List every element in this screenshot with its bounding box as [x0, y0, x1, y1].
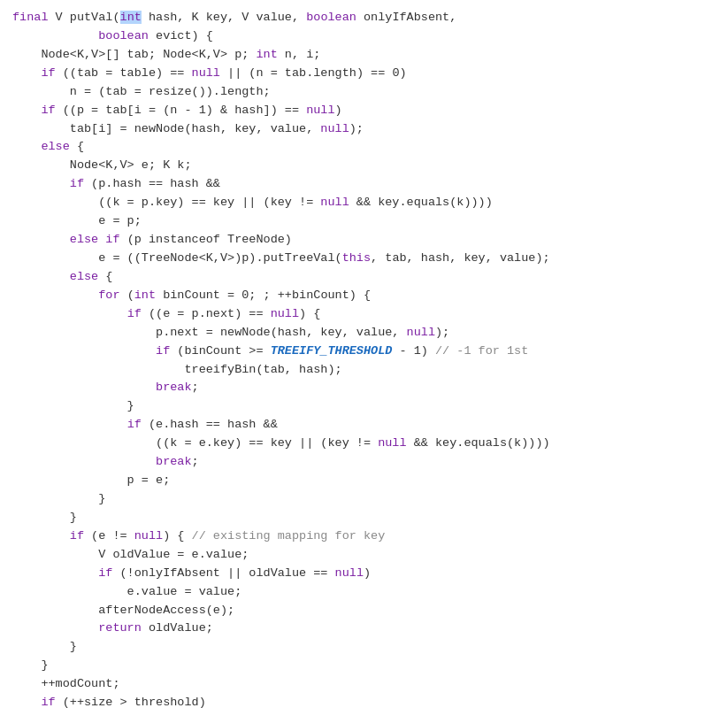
code-token: evict) {	[149, 29, 213, 42]
code-line: }	[12, 509, 719, 527]
code-token: null	[378, 436, 406, 450]
code-token: (e.hash == hash &&	[142, 418, 278, 431]
code-token	[12, 270, 70, 283]
code-token: }	[12, 511, 77, 524]
code-token: boolean	[98, 29, 149, 42]
code-line: else {	[12, 138, 719, 157]
code-token: - 1)	[392, 344, 435, 358]
code-token: V putVal(	[56, 11, 120, 24]
code-token: (e !=	[84, 529, 134, 543]
code-token	[12, 344, 156, 358]
code-token	[12, 418, 127, 431]
code-line: p = e;	[12, 472, 719, 490]
code-token: else	[70, 270, 98, 283]
code-line: }	[12, 657, 719, 675]
code-line: if (++size > threshold)	[12, 694, 719, 708]
code-token: ;	[192, 455, 199, 468]
code-token: if	[98, 566, 112, 580]
code-token: if	[41, 104, 55, 117]
code-token	[12, 529, 70, 543]
code-token	[12, 566, 98, 580]
code-line: }	[12, 397, 719, 416]
code-token	[12, 621, 98, 635]
code-token: this	[342, 251, 371, 265]
code-line: else if (p instanceof TreeNode)	[12, 231, 719, 250]
code-line: e.value = value;	[12, 583, 719, 602]
code-token: ((e = p.next) ==	[142, 307, 271, 320]
code-token: // existing mapping for key	[192, 529, 386, 543]
code-line: if (e.hash == hash &&	[12, 416, 719, 435]
code-line: p.next = newNode(hash, key, value, null)…	[12, 324, 719, 342]
code-line: e = p;	[12, 212, 719, 231]
code-token: )	[364, 566, 371, 580]
code-token: );	[349, 122, 364, 135]
code-line: V oldValue = e.value;	[12, 546, 719, 565]
code-token: }	[12, 399, 134, 412]
code-token: {	[98, 270, 112, 283]
code-token	[12, 289, 98, 302]
code-line: if ((e = p.next) == null) {	[12, 305, 719, 324]
code-token: break	[156, 455, 192, 468]
code-token: afterNodeAccess(e);	[12, 604, 234, 617]
code-token: Node<K,V>[] tab; Node<K,V> p;	[12, 48, 256, 61]
code-token: )	[335, 104, 342, 117]
code-token: null	[320, 196, 349, 209]
code-lines: final V putVal(int hash, K key, V value,…	[12, 9, 719, 708]
code-token: && key.equals(k))))	[349, 196, 493, 209]
code-token: if	[127, 418, 142, 431]
code-line: boolean evict) {	[12, 27, 719, 46]
code-token: (p.hash == hash &&	[84, 177, 220, 190]
code-token	[12, 455, 156, 468]
code-token: n = (tab = resize()).length;	[12, 85, 271, 98]
code-token: ((k = e.key) == key || (key !=	[12, 436, 378, 450]
code-token: e = ((TreeNode<K,V>)p).putTreeVal(	[12, 251, 342, 265]
code-line: if (p.hash == hash &&	[12, 175, 719, 194]
code-line: afterNodeAccess(e);	[12, 602, 719, 620]
code-line: else {	[12, 268, 719, 287]
code-line: if (!onlyIfAbsent || oldValue == null)	[12, 565, 719, 583]
code-token: {	[70, 140, 84, 153]
code-token: oldValue;	[142, 621, 213, 635]
code-line: for (int binCount = 0; ; ++binCount) {	[12, 287, 719, 305]
code-token: if	[127, 307, 142, 320]
code-line: e = ((TreeNode<K,V>)p).putTreeVal(this, …	[12, 250, 719, 268]
code-token: (++size > threshold)	[56, 696, 206, 708]
code-token: for	[98, 289, 119, 302]
code-token: int	[256, 48, 277, 61]
code-token: ((p = tab[i = (n - 1) & hash]) ==	[56, 104, 307, 117]
code-line: ((k = e.key) == key || (key != null && k…	[12, 435, 719, 453]
code-token: TREEIFY_THRESHOLD	[271, 344, 393, 358]
code-token: tab[i] = newNode(hash, key, value,	[12, 122, 320, 135]
code-token: final	[12, 11, 56, 24]
code-token: else	[41, 140, 69, 153]
code-token: int	[120, 11, 142, 24]
code-token: p.next = newNode(hash, key, value,	[12, 326, 407, 339]
code-token: if	[41, 66, 55, 80]
code-line: final V putVal(int hash, K key, V value,…	[12, 9, 719, 27]
code-token: V oldValue = e.value;	[12, 548, 249, 561]
code-line: }	[12, 638, 719, 657]
code-token: if	[156, 344, 170, 358]
code-token: null	[335, 566, 364, 580]
code-token: boolean	[306, 11, 356, 24]
code-token: treeifyBin(tab, hash);	[12, 363, 342, 376]
code-token: (!onlyIfAbsent || oldValue ==	[112, 566, 334, 580]
code-line: return oldValue;	[12, 620, 719, 638]
code-token: // -1 for 1st	[435, 344, 528, 358]
code-token: );	[435, 326, 449, 339]
code-token: && key.equals(k))))	[407, 436, 550, 450]
code-block: final V putVal(int hash, K key, V value,…	[0, 0, 728, 708]
code-token: null	[306, 104, 334, 117]
code-token: , tab, hash, key, value);	[371, 251, 550, 265]
code-token	[12, 307, 127, 320]
code-line: n = (tab = resize()).length;	[12, 83, 719, 102]
code-token: null	[271, 307, 299, 320]
code-line: Node<K,V> e; K k;	[12, 157, 719, 175]
code-token: ;	[192, 381, 199, 394]
code-line: ((k = p.key) == key || (key != null && k…	[12, 194, 719, 212]
code-line: break;	[12, 379, 719, 397]
code-token	[12, 29, 98, 42]
code-token: ((tab = table) ==	[56, 66, 192, 80]
code-token: p = e;	[12, 473, 170, 487]
code-token: (	[120, 289, 134, 302]
